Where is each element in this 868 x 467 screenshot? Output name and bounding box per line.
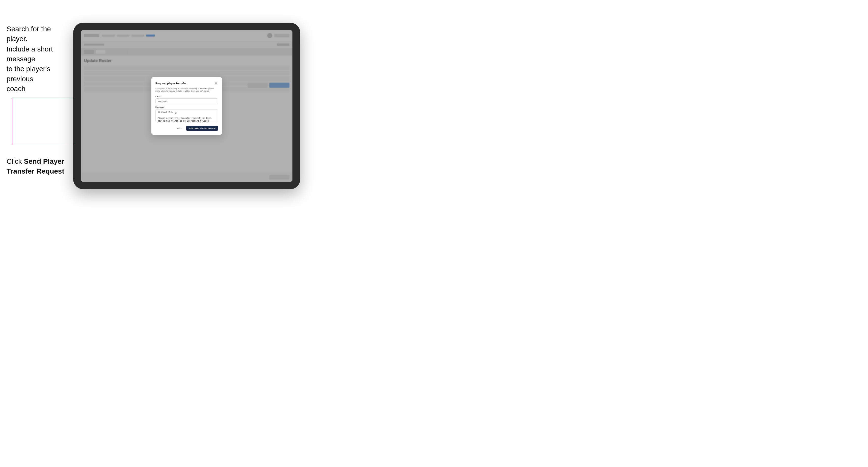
tablet-screen: Update Roster Request player transf — [81, 30, 292, 182]
modal-close-button[interactable]: × — [214, 81, 218, 85]
modal-title: Request player transfer — [155, 82, 186, 85]
send-player-transfer-request-button[interactable]: Send Player Transfer Request — [186, 126, 218, 131]
request-player-transfer-modal: Request player transfer × If the player … — [151, 77, 222, 135]
annotation-search: Search for the player. — [6, 24, 71, 44]
modal-description: If the player is transferring from anoth… — [155, 87, 218, 93]
player-field-label: Player — [155, 95, 218, 97]
player-search-input[interactable] — [155, 98, 218, 104]
message-textarea[interactable]: Hi Coach McHarg, Please accept this tran… — [155, 109, 218, 122]
modal-overlay: Request player transfer × If the player … — [81, 30, 292, 182]
cancel-button[interactable]: Cancel — [174, 126, 184, 130]
annotation-click: Click Send PlayerTransfer Request — [6, 156, 72, 176]
modal-footer: Cancel Send Player Transfer Request — [155, 126, 218, 131]
annotation-message: Include a short messageto the player's p… — [6, 44, 72, 94]
tablet-device: Update Roster Request player transf — [73, 23, 300, 189]
message-field-label: Message — [155, 106, 218, 108]
modal-header: Request player transfer × — [155, 81, 218, 85]
